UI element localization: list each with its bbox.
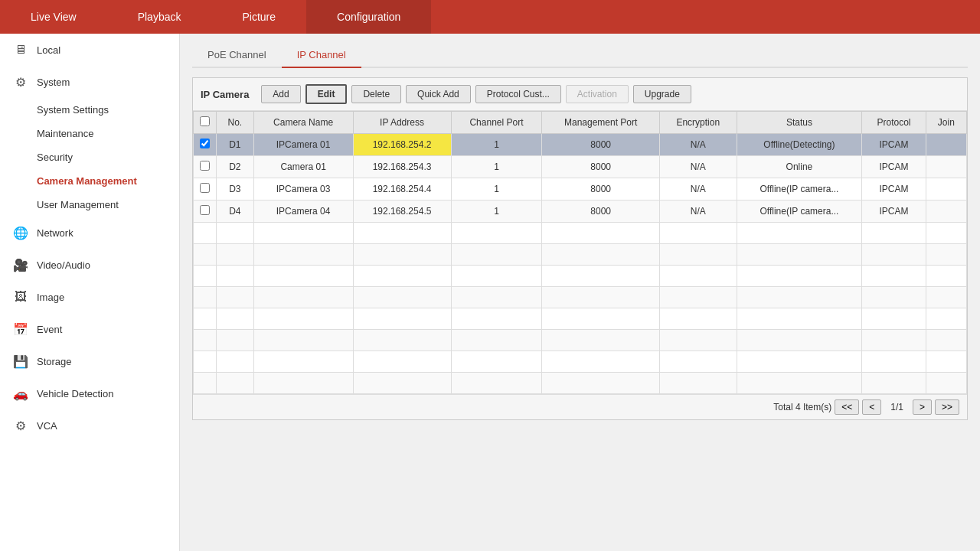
row-channel-port: 1 (451, 201, 542, 223)
row-management-port: 8000 (542, 156, 659, 178)
col-camera-name: Camera Name (253, 112, 353, 134)
table-row[interactable]: D2 Camera 01 192.168.254.3 1 8000 N/A On… (194, 156, 967, 178)
delete-button[interactable]: Delete (351, 85, 401, 103)
row-checkbox[interactable] (200, 183, 210, 193)
top-navigation: Live View Playback Picture Configuration (0, 0, 980, 34)
row-checkbox[interactable] (200, 205, 210, 215)
page-prev-button[interactable]: < (862, 399, 881, 415)
row-management-port: 8000 (542, 178, 659, 201)
page-next-button[interactable]: > (913, 399, 932, 415)
sidebar-item-user-management[interactable]: User Management (0, 193, 179, 217)
protocol-cust-button[interactable]: Protocol Cust... (475, 85, 561, 103)
nav-playback[interactable]: Playback (107, 0, 212, 34)
nav-live-view[interactable]: Live View (0, 0, 107, 34)
row-encryption: N/A (659, 178, 737, 201)
storage-icon: 💾 (12, 353, 29, 370)
edit-button[interactable]: Edit (305, 84, 348, 104)
row-checkbox-cell[interactable] (194, 178, 217, 201)
row-no: D4 (217, 201, 254, 223)
table-row-empty (194, 351, 967, 373)
row-checkbox-cell[interactable] (194, 134, 217, 156)
table-footer: Total 4 Item(s) << < 1/1 > >> (193, 394, 967, 419)
row-protocol: IPCAM (862, 156, 926, 178)
row-checkbox[interactable] (200, 161, 210, 171)
camera-table: No. Camera Name IP Address Channel Port … (193, 111, 967, 394)
row-encryption: N/A (659, 134, 737, 156)
row-status: Offline(Detecting) (737, 134, 862, 156)
sidebar-item-system[interactable]: ⚙ System (0, 66, 179, 98)
table-row-empty (194, 223, 967, 244)
toolbar: IP Camera Add Edit Delete Quick Add Prot… (193, 78, 967, 111)
sidebar-item-local[interactable]: 🖥 Local (0, 34, 179, 66)
sidebar-item-image[interactable]: 🖼 Image (0, 281, 179, 313)
nav-picture[interactable]: Picture (211, 0, 306, 34)
row-camera-name: IPCamera 04 (253, 201, 353, 223)
row-channel-port: 1 (451, 134, 542, 156)
row-protocol: IPCAM (862, 134, 926, 156)
add-button[interactable]: Add (261, 85, 300, 103)
row-ip-address: 192.168.254.3 (353, 156, 451, 178)
row-join (926, 178, 966, 201)
row-status: Offline(IP camera... (737, 201, 862, 223)
row-ip-address: 192.168.254.2 (353, 134, 451, 156)
sidebar: 🖥 Local ⚙ System System Settings Mainten… (0, 34, 180, 551)
table-row-empty (194, 287, 967, 308)
camera-panel: IP Camera Add Edit Delete Quick Add Prot… (192, 77, 968, 420)
row-join (926, 201, 966, 223)
sidebar-item-vehicle-detection[interactable]: 🚗 Vehicle Detection (0, 377, 179, 409)
total-items: Total 4 Item(s) (773, 402, 831, 412)
toolbar-label: IP Camera (201, 89, 249, 100)
main-layout: 🖥 Local ⚙ System System Settings Mainten… (0, 34, 980, 551)
table-row-empty (194, 373, 967, 394)
row-status: Offline(IP camera... (737, 178, 862, 201)
quick-add-button[interactable]: Quick Add (406, 85, 471, 103)
sidebar-item-security[interactable]: Security (0, 145, 179, 169)
table-row[interactable]: D4 IPCamera 04 192.168.254.5 1 8000 N/A … (194, 201, 967, 223)
row-encryption: N/A (659, 201, 737, 223)
row-no: D3 (217, 178, 254, 201)
table-row-empty (194, 330, 967, 351)
row-protocol: IPCAM (862, 201, 926, 223)
row-checkbox-cell[interactable] (194, 156, 217, 178)
row-channel-port: 1 (451, 156, 542, 178)
sidebar-item-event[interactable]: 📅 Event (0, 313, 179, 345)
row-checkbox-cell[interactable] (194, 201, 217, 223)
col-no: No. (217, 112, 254, 134)
row-camera-name: Camera 01 (253, 156, 353, 178)
upgrade-button[interactable]: Upgrade (633, 85, 691, 103)
sidebar-item-camera-management[interactable]: Camera Management (0, 169, 179, 193)
nav-configuration[interactable]: Configuration (306, 0, 431, 34)
page-current: 1/1 (884, 400, 910, 414)
row-channel-port: 1 (451, 178, 542, 201)
sidebar-item-network[interactable]: 🌐 Network (0, 217, 179, 249)
sidebar-item-maintenance[interactable]: Maintenance (0, 122, 179, 145)
row-status: Online (737, 156, 862, 178)
table-row-empty (194, 308, 967, 330)
table-row[interactable]: D1 IPCamera 01 192.168.254.2 1 8000 N/A … (194, 134, 967, 156)
tab-ip-channel[interactable]: IP Channel (282, 43, 361, 68)
sidebar-item-system-settings[interactable]: System Settings (0, 98, 179, 122)
row-no: D1 (217, 134, 254, 156)
row-camera-name: IPCamera 03 (253, 178, 353, 201)
row-ip-address: 192.168.254.4 (353, 178, 451, 201)
sidebar-item-storage[interactable]: 💾 Storage (0, 345, 179, 377)
sidebar-item-video-audio[interactable]: 🎥 Video/Audio (0, 249, 179, 281)
select-all-checkbox[interactable] (200, 116, 210, 126)
col-encryption: Encryption (659, 112, 737, 134)
page-last-button[interactable]: >> (935, 399, 959, 415)
row-management-port: 8000 (542, 201, 659, 223)
row-checkbox[interactable] (200, 139, 210, 148)
event-icon: 📅 (12, 321, 29, 337)
main-content: PoE Channel IP Channel IP Camera Add Edi… (180, 34, 980, 551)
tab-poe-channel[interactable]: PoE Channel (192, 43, 282, 68)
vehicle-icon: 🚗 (12, 385, 29, 402)
col-management-port: Management Port (542, 112, 659, 134)
row-join (926, 156, 966, 178)
table-row[interactable]: D3 IPCamera 03 192.168.254.4 1 8000 N/A … (194, 178, 967, 201)
row-encryption: N/A (659, 156, 737, 178)
col-checkbox (194, 112, 217, 134)
page-first-button[interactable]: << (835, 399, 859, 415)
sidebar-item-vca[interactable]: ⚙ VCA (0, 409, 179, 442)
row-camera-name: IPCamera 01 (253, 134, 353, 156)
activation-button[interactable]: Activation (566, 85, 629, 103)
